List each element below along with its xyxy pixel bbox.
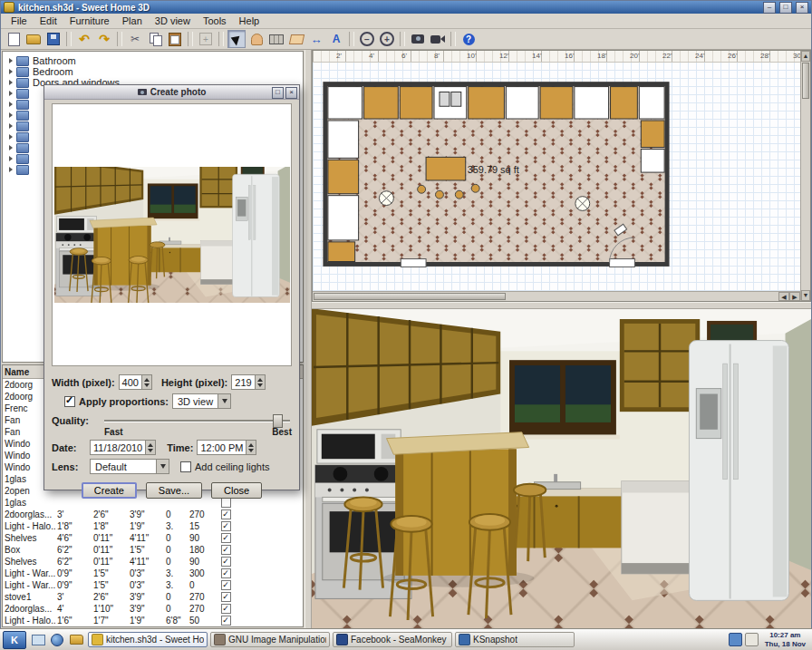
- room-area-label[interactable]: 359.79 sq ft: [468, 164, 519, 175]
- visible-checkbox[interactable]: ✓: [221, 533, 231, 543]
- clipboard-tray-icon[interactable]: [745, 633, 759, 646]
- apply-proportions-checkbox[interactable]: [64, 396, 75, 407]
- furniture-row[interactable]: Light - War... 0'9" 1'5" 0'3" 3. 0 ✓: [3, 579, 303, 591]
- create-dimensions-button[interactable]: [307, 30, 325, 48]
- task-button[interactable]: Facebook - SeaMonkey: [333, 632, 452, 647]
- horizontal-splitter[interactable]: [312, 302, 811, 309]
- furniture-row[interactable]: Light - War... 0'9" 1'5" 0'3" 3. 300 ✓: [3, 568, 303, 579]
- home-folder-icon[interactable]: [67, 632, 85, 648]
- plan-canvas[interactable]: 359.79 sq ft: [313, 63, 800, 291]
- expand-arrow-icon[interactable]: [9, 102, 13, 107]
- expand-arrow-icon[interactable]: [9, 145, 13, 150]
- maximize-button[interactable]: □: [779, 2, 792, 14]
- create-walls-button[interactable]: [267, 30, 285, 48]
- menu-item[interactable]: Edit: [34, 15, 63, 27]
- expand-arrow-icon[interactable]: [9, 112, 13, 118]
- catalog-category[interactable]: Bathroom: [3, 55, 303, 66]
- furniture-row[interactable]: Shelves 4'6" 0'11" 4'11" 0 90 ✓: [3, 532, 303, 544]
- pan-tool-button[interactable]: [247, 30, 266, 48]
- furniture-row[interactable]: stove1 3' 2'6" 3'9" 0 270 ✓: [3, 591, 303, 603]
- plan-vertical-scrollbar[interactable]: ▲ ▼: [800, 51, 810, 301]
- spinner-arrows-icon[interactable]: [145, 441, 155, 454]
- task-button[interactable]: KSnapshot: [455, 632, 575, 647]
- spinner-arrows-icon[interactable]: [255, 375, 265, 389]
- visible-checkbox[interactable]: [221, 498, 231, 508]
- ceiling-lights-checkbox[interactable]: [180, 461, 191, 472]
- task-button[interactable]: GNU Image Manipulation Pr...: [210, 632, 330, 647]
- expand-arrow-icon[interactable]: [9, 134, 13, 140]
- scroll-left-button[interactable]: ◀: [778, 292, 789, 301]
- time-spinner[interactable]: 12:00 PM: [197, 440, 256, 455]
- date-spinner[interactable]: 11/18/2010: [90, 440, 156, 455]
- close-dialog-button[interactable]: Close: [211, 482, 262, 499]
- visible-checkbox[interactable]: ✓: [221, 604, 231, 614]
- expand-arrow-icon[interactable]: [9, 80, 13, 85]
- visible-checkbox[interactable]: ✓: [221, 521, 231, 531]
- catalog-category[interactable]: Bedroom: [3, 66, 303, 77]
- save-button[interactable]: [44, 30, 63, 48]
- k-menu-button[interactable]: K: [3, 631, 26, 649]
- expand-arrow-icon[interactable]: [9, 91, 13, 96]
- close-button[interactable]: ×: [796, 2, 808, 14]
- create-button[interactable]: Create: [82, 482, 137, 499]
- scroll-up-button[interactable]: ▲: [801, 51, 810, 62]
- menu-item[interactable]: Help: [233, 15, 266, 27]
- expand-arrow-icon[interactable]: [9, 167, 13, 172]
- paste-button[interactable]: [166, 30, 184, 48]
- menu-item[interactable]: File: [5, 15, 34, 27]
- menu-item[interactable]: 3D view: [149, 15, 197, 27]
- spinner-arrows-icon[interactable]: [141, 375, 151, 389]
- dialog-titlebar[interactable]: Create photo □ ×: [44, 85, 299, 100]
- visible-checkbox[interactable]: ✓: [221, 509, 231, 519]
- visible-checkbox[interactable]: ✓: [221, 545, 231, 555]
- undo-button[interactable]: [75, 30, 93, 48]
- visible-checkbox[interactable]: ✓: [221, 592, 231, 602]
- menu-item[interactable]: Plan: [116, 15, 149, 27]
- vertical-splitter[interactable]: [304, 50, 312, 628]
- furniture-row[interactable]: Light - Halo... 1'6" 1'7" 1'9" 6'8" 50 ✓: [3, 615, 303, 626]
- scrollbar-thumb[interactable]: [802, 63, 809, 99]
- width-spinner[interactable]: 400: [119, 374, 152, 390]
- create-video-button[interactable]: [429, 30, 447, 48]
- create-rooms-button[interactable]: [287, 30, 305, 48]
- slider-thumb[interactable]: [273, 414, 283, 428]
- scroll-down-button[interactable]: ▼: [801, 290, 810, 301]
- zoom-out-button[interactable]: [358, 30, 376, 48]
- combo-arrow-icon[interactable]: [218, 394, 230, 408]
- dialog-restore-button[interactable]: □: [272, 87, 284, 99]
- combo-arrow-icon[interactable]: [156, 460, 169, 473]
- menu-item[interactable]: Tools: [197, 15, 233, 27]
- furniture-row[interactable]: 2doorglas... 4' 1'10" 3'9" 0 270 ✓: [3, 603, 303, 615]
- redo-button[interactable]: [95, 30, 113, 48]
- quality-slider[interactable]: [102, 413, 292, 427]
- scroll-right-button[interactable]: ▶: [789, 292, 800, 301]
- copy-button[interactable]: [146, 30, 164, 48]
- show-desktop-icon[interactable]: [29, 632, 47, 648]
- add-text-button[interactable]: [327, 30, 345, 48]
- task-button[interactable]: kitchen.sh3d - Sweet Hom...: [88, 632, 208, 647]
- web-browser-icon[interactable]: [48, 632, 66, 648]
- furniture-row[interactable]: Shelves 6'2" 0'11" 4'11" 0 90 ✓: [3, 556, 303, 568]
- expand-arrow-icon[interactable]: [9, 69, 13, 74]
- visible-checkbox[interactable]: ✓: [221, 616, 231, 626]
- furniture-row[interactable]: Light - Halo... 1'6" 1'7" 1'9" 6'8" 50 ✓: [3, 626, 303, 627]
- expand-arrow-icon[interactable]: [9, 123, 13, 129]
- save-photo-button[interactable]: Save...: [146, 482, 202, 499]
- furniture-row[interactable]: Light - Halo... 1'8" 1'8" 1'9" 3. 15 ✓: [3, 520, 303, 532]
- new-home-button[interactable]: [5, 30, 23, 48]
- window-titlebar[interactable]: kitchen.sh3d - Sweet Home 3D – □ ×: [1, 1, 811, 14]
- visible-checkbox[interactable]: ✓: [221, 557, 231, 567]
- add-furniture-button[interactable]: [197, 30, 215, 48]
- visible-checkbox[interactable]: ✓: [221, 568, 231, 578]
- furniture-row[interactable]: 2doorglas... 3' 2'6" 3'9" 0 270 ✓: [3, 509, 303, 520]
- furniture-row[interactable]: Box 6'2" 0'11" 1'5" 0 180 ✓: [3, 544, 303, 556]
- 3d-view[interactable]: [312, 309, 811, 628]
- help-button[interactable]: [459, 30, 478, 48]
- scrollbar-thumb[interactable]: [314, 293, 506, 300]
- open-button[interactable]: [24, 30, 43, 48]
- visible-checkbox[interactable]: ✓: [221, 580, 231, 590]
- minimize-button[interactable]: –: [763, 2, 776, 14]
- display-tray-icon[interactable]: [729, 633, 742, 646]
- expand-arrow-icon[interactable]: [9, 156, 13, 161]
- create-photo-button[interactable]: [409, 30, 427, 48]
